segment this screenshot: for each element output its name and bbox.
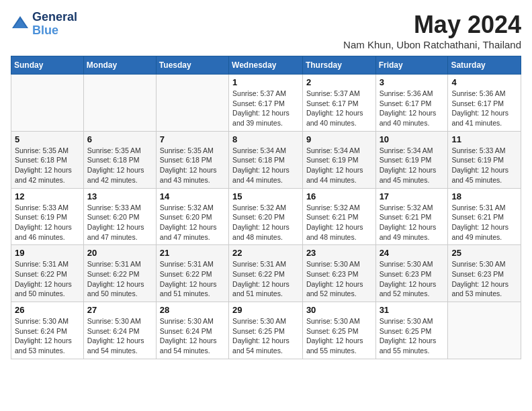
calendar-day-cell: 20Sunrise: 5:31 AM Sunset: 6:22 PM Dayli…: [83, 245, 156, 302]
day-number: 7: [160, 134, 225, 144]
calendar-header-row: SundayMondayTuesdayWednesdayThursdayFrid…: [11, 56, 521, 75]
calendar-day-cell: 12Sunrise: 5:33 AM Sunset: 6:19 PM Dayli…: [11, 188, 84, 245]
calendar-day-cell: 13Sunrise: 5:33 AM Sunset: 6:20 PM Dayli…: [83, 188, 156, 245]
calendar-body: 1Sunrise: 5:37 AM Sunset: 6:17 PM Daylig…: [11, 75, 521, 359]
calendar-day-cell: 10Sunrise: 5:34 AM Sunset: 6:19 PM Dayli…: [375, 131, 448, 188]
calendar-day-cell: 16Sunrise: 5:32 AM Sunset: 6:21 PM Dayli…: [302, 188, 375, 245]
day-number: 31: [380, 305, 445, 315]
day-info: Sunrise: 5:33 AM Sunset: 6:19 PM Dayligh…: [15, 203, 80, 242]
day-number: 14: [160, 191, 225, 201]
page-header: General Blue May 2024 Nam Khun, Ubon Rat…: [11, 11, 521, 50]
day-info: Sunrise: 5:35 AM Sunset: 6:18 PM Dayligh…: [87, 146, 152, 185]
day-number: 5: [15, 134, 80, 144]
day-info: Sunrise: 5:33 AM Sunset: 6:19 PM Dayligh…: [451, 146, 517, 185]
day-info: Sunrise: 5:30 AM Sunset: 6:25 PM Dayligh…: [380, 316, 445, 356]
day-info: Sunrise: 5:30 AM Sunset: 6:23 PM Dayligh…: [451, 259, 517, 299]
calendar-day-cell: 17Sunrise: 5:32 AM Sunset: 6:21 PM Dayli…: [375, 188, 448, 245]
calendar-week-row: 19Sunrise: 5:31 AM Sunset: 6:22 PM Dayli…: [11, 245, 521, 302]
month-title: May 2024: [343, 11, 521, 39]
calendar-week-row: 26Sunrise: 5:30 AM Sunset: 6:24 PM Dayli…: [11, 302, 521, 359]
calendar-day-cell: 18Sunrise: 5:31 AM Sunset: 6:21 PM Dayli…: [448, 188, 521, 245]
day-info: Sunrise: 5:31 AM Sunset: 6:21 PM Dayligh…: [451, 203, 517, 242]
day-number: 22: [232, 248, 299, 258]
calendar-week-row: 1Sunrise: 5:37 AM Sunset: 6:17 PM Daylig…: [11, 75, 521, 132]
calendar-day-cell: 22Sunrise: 5:31 AM Sunset: 6:22 PM Dayli…: [229, 245, 303, 302]
calendar-day-cell: 31Sunrise: 5:30 AM Sunset: 6:25 PM Dayli…: [375, 302, 448, 359]
empty-cell: [83, 75, 156, 132]
day-number: 17: [380, 191, 445, 201]
day-number: 28: [160, 305, 225, 315]
day-info: Sunrise: 5:35 AM Sunset: 6:18 PM Dayligh…: [160, 146, 225, 185]
calendar-day-cell: 27Sunrise: 5:30 AM Sunset: 6:24 PM Dayli…: [83, 302, 156, 359]
location: Nam Khun, Ubon Ratchathani, Thailand: [343, 39, 521, 50]
calendar-day-cell: 7Sunrise: 5:35 AM Sunset: 6:18 PM Daylig…: [156, 131, 228, 188]
day-info: Sunrise: 5:36 AM Sunset: 6:17 PM Dayligh…: [380, 89, 445, 128]
day-number: 6: [87, 134, 152, 144]
empty-cell: [156, 75, 228, 132]
calendar-day-cell: 29Sunrise: 5:30 AM Sunset: 6:25 PM Dayli…: [229, 302, 303, 359]
day-number: 3: [380, 77, 445, 87]
weekday-header: Tuesday: [156, 56, 228, 75]
day-number: 11: [451, 134, 517, 144]
day-number: 2: [306, 77, 372, 87]
weekday-header: Sunday: [11, 56, 84, 75]
calendar-day-cell: 15Sunrise: 5:32 AM Sunset: 6:20 PM Dayli…: [229, 188, 303, 245]
day-number: 29: [232, 305, 299, 315]
day-number: 13: [87, 191, 152, 201]
calendar-day-cell: 14Sunrise: 5:32 AM Sunset: 6:20 PM Dayli…: [156, 188, 228, 245]
calendar-day-cell: 6Sunrise: 5:35 AM Sunset: 6:18 PM Daylig…: [83, 131, 156, 188]
day-info: Sunrise: 5:31 AM Sunset: 6:22 PM Dayligh…: [232, 259, 299, 299]
logo: General Blue: [11, 11, 77, 38]
calendar-day-cell: 23Sunrise: 5:30 AM Sunset: 6:23 PM Dayli…: [302, 245, 375, 302]
day-number: 15: [232, 191, 299, 201]
day-number: 4: [451, 77, 517, 87]
day-info: Sunrise: 5:30 AM Sunset: 6:24 PM Dayligh…: [15, 316, 80, 356]
day-number: 1: [232, 77, 299, 87]
day-info: Sunrise: 5:34 AM Sunset: 6:19 PM Dayligh…: [380, 146, 445, 185]
day-number: 9: [306, 134, 372, 144]
day-info: Sunrise: 5:32 AM Sunset: 6:20 PM Dayligh…: [160, 203, 225, 242]
calendar-day-cell: 1Sunrise: 5:37 AM Sunset: 6:17 PM Daylig…: [229, 75, 303, 132]
calendar-day-cell: 19Sunrise: 5:31 AM Sunset: 6:22 PM Dayli…: [11, 245, 84, 302]
calendar-day-cell: 4Sunrise: 5:36 AM Sunset: 6:17 PM Daylig…: [448, 75, 521, 132]
empty-cell: [11, 75, 84, 132]
day-info: Sunrise: 5:30 AM Sunset: 6:24 PM Dayligh…: [87, 316, 152, 356]
day-info: Sunrise: 5:31 AM Sunset: 6:22 PM Dayligh…: [87, 259, 152, 299]
day-number: 21: [160, 248, 225, 258]
day-info: Sunrise: 5:37 AM Sunset: 6:17 PM Dayligh…: [306, 89, 372, 128]
day-info: Sunrise: 5:34 AM Sunset: 6:19 PM Dayligh…: [306, 146, 372, 185]
calendar-day-cell: 25Sunrise: 5:30 AM Sunset: 6:23 PM Dayli…: [448, 245, 521, 302]
calendar-day-cell: 21Sunrise: 5:31 AM Sunset: 6:22 PM Dayli…: [156, 245, 228, 302]
day-number: 27: [87, 305, 152, 315]
day-info: Sunrise: 5:30 AM Sunset: 6:24 PM Dayligh…: [160, 316, 225, 356]
day-info: Sunrise: 5:30 AM Sunset: 6:23 PM Dayligh…: [306, 259, 372, 299]
logo-icon: [11, 15, 30, 34]
empty-cell: [448, 302, 521, 359]
weekday-header: Saturday: [448, 56, 521, 75]
day-number: 20: [87, 248, 152, 258]
calendar-day-cell: 3Sunrise: 5:36 AM Sunset: 6:17 PM Daylig…: [375, 75, 448, 132]
day-info: Sunrise: 5:30 AM Sunset: 6:25 PM Dayligh…: [232, 316, 299, 356]
calendar-day-cell: 9Sunrise: 5:34 AM Sunset: 6:19 PM Daylig…: [302, 131, 375, 188]
weekday-header: Wednesday: [229, 56, 303, 75]
day-info: Sunrise: 5:33 AM Sunset: 6:20 PM Dayligh…: [87, 203, 152, 242]
calendar-day-cell: 30Sunrise: 5:30 AM Sunset: 6:25 PM Dayli…: [302, 302, 375, 359]
day-number: 18: [451, 191, 517, 201]
calendar-day-cell: 11Sunrise: 5:33 AM Sunset: 6:19 PM Dayli…: [448, 131, 521, 188]
day-info: Sunrise: 5:31 AM Sunset: 6:22 PM Dayligh…: [15, 259, 80, 299]
day-number: 26: [15, 305, 80, 315]
day-number: 16: [306, 191, 372, 201]
day-info: Sunrise: 5:35 AM Sunset: 6:18 PM Dayligh…: [15, 146, 80, 185]
calendar-day-cell: 2Sunrise: 5:37 AM Sunset: 6:17 PM Daylig…: [302, 75, 375, 132]
day-info: Sunrise: 5:32 AM Sunset: 6:20 PM Dayligh…: [232, 203, 299, 242]
day-number: 25: [451, 248, 517, 258]
day-number: 19: [15, 248, 80, 258]
day-info: Sunrise: 5:36 AM Sunset: 6:17 PM Dayligh…: [451, 89, 517, 128]
day-number: 23: [306, 248, 372, 258]
calendar-day-cell: 24Sunrise: 5:30 AM Sunset: 6:23 PM Dayli…: [375, 245, 448, 302]
calendar-day-cell: 5Sunrise: 5:35 AM Sunset: 6:18 PM Daylig…: [11, 131, 84, 188]
calendar-day-cell: 28Sunrise: 5:30 AM Sunset: 6:24 PM Dayli…: [156, 302, 228, 359]
title-section: May 2024 Nam Khun, Ubon Ratchathani, Tha…: [343, 11, 521, 50]
day-number: 12: [15, 191, 80, 201]
day-number: 10: [380, 134, 445, 144]
